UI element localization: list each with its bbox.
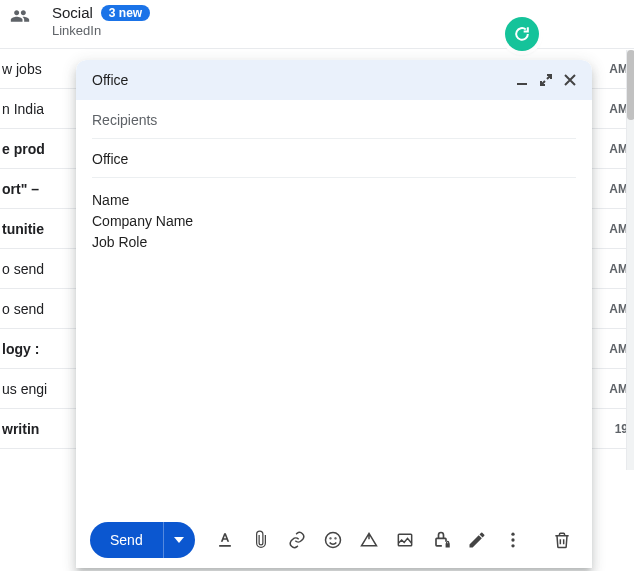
compose-window: Office Recipients Office Name Company Na… [76,60,592,568]
svg-point-0 [325,533,340,548]
scrollbar[interactable] [626,50,634,470]
social-sub: LinkedIn [52,23,150,38]
minimize-button[interactable] [512,70,532,90]
row-time: AM [605,302,628,316]
compose-toolbar: Send [76,512,592,568]
row-snippet: e prod [2,141,45,157]
emoji-icon[interactable] [317,524,349,556]
compose-body[interactable]: Name Company Name Job Role [76,178,592,512]
row-time: AM [605,182,628,196]
svg-point-5 [511,538,514,541]
row-time: AM [605,142,628,156]
more-icon[interactable] [497,524,529,556]
send-button[interactable]: Send [90,522,163,558]
row-snippet: o send [2,301,44,317]
recipients-field[interactable]: Recipients [92,100,576,139]
row-snippet: writin [2,421,39,437]
pen-icon[interactable] [461,524,493,556]
row-snippet: ort" – [2,181,39,197]
send-button-group: Send [90,522,195,558]
compose-title: Office [92,72,508,88]
row-time: AM [605,382,628,396]
fullscreen-button[interactable] [536,70,556,90]
trash-icon[interactable] [546,524,578,556]
row-time: AM [605,62,628,76]
row-snippet: o send [2,261,44,277]
attach-icon[interactable] [245,524,277,556]
social-tab-row[interactable]: Social 3 new LinkedIn [0,0,634,49]
row-snippet: n India [2,101,44,117]
people-icon [10,6,30,26]
svg-point-1 [330,538,331,539]
compose-header[interactable]: Office [76,60,592,100]
row-snippet: us engi [2,381,47,397]
close-button[interactable] [560,70,580,90]
image-icon[interactable] [389,524,421,556]
link-icon[interactable] [281,524,313,556]
scrollbar-thumb[interactable] [627,50,634,120]
svg-point-4 [511,533,514,536]
social-badge: 3 new [101,5,150,21]
body-line: Name [92,190,576,211]
row-snippet: logy : [2,341,39,357]
row-time: AM [605,342,628,356]
body-line: Company Name [92,211,576,232]
social-title: Social [52,4,93,21]
grammarly-icon[interactable] [505,17,539,51]
svg-point-6 [511,544,514,547]
body-line: Job Role [92,232,576,253]
confidential-icon[interactable] [425,524,457,556]
send-options-button[interactable] [163,522,195,558]
subject-field[interactable]: Office [92,139,576,178]
row-time: AM [605,262,628,276]
row-time: AM [605,102,628,116]
row-time: AM [605,222,628,236]
row-snippet: w jobs [2,61,42,77]
svg-point-2 [335,538,336,539]
drive-icon[interactable] [353,524,385,556]
row-snippet: tunitie [2,221,44,237]
formatting-icon[interactable] [209,524,241,556]
